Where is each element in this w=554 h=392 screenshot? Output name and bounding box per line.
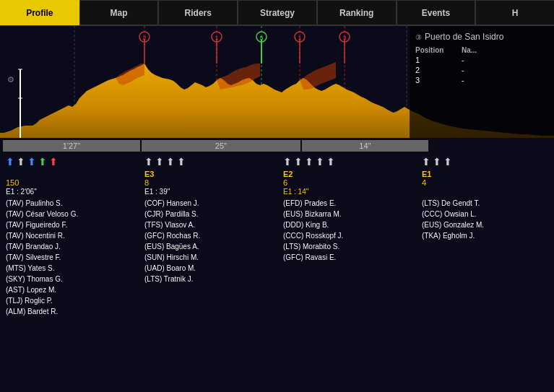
rider-icon-w7: ⬆ <box>305 156 313 167</box>
rider-row: (EUS) Bizkarra M. <box>283 209 422 219</box>
rider-icon-w11: ⬆ <box>433 156 441 167</box>
e-label-3: E2 <box>283 170 422 178</box>
rider-row: (TAV) Nocentini R. <box>6 230 144 241</box>
name-header: Na... <box>462 46 503 54</box>
rider-icon-w9: ⬆ <box>326 156 335 167</box>
svg-text:2: 2 <box>143 35 147 41</box>
num-label-4: 4 <box>422 178 426 187</box>
e-label-4: E1 <box>422 170 431 178</box>
rider-icon-w2: ⬆ <box>155 156 164 167</box>
rider-row: (TAV) Brandao J. <box>6 241 144 252</box>
rider-row: (LTS) Tratnik J. <box>144 274 283 284</box>
rider-row: (ALM) Bardet R. <box>6 306 144 317</box>
rider-row: (EFD) Prades E. <box>283 198 422 209</box>
rider-row: (TLJ) Roglic P. <box>6 295 144 306</box>
position-1: 1 <box>415 56 459 64</box>
time-bar-2: 25'' <box>142 140 300 152</box>
rider-icon-w8: ⬆ <box>316 156 324 167</box>
side-panel-table: Position Na... 1 - 2 - 3 - <box>415 46 548 84</box>
rider-row: (EUS) Gonzalez M. <box>422 219 484 230</box>
tab-events[interactable]: Events <box>397 0 476 25</box>
rider-row: (DDD) King B. <box>283 219 422 230</box>
profile-chart: 2 1 5 1 3 ⚙ ③ Puerto de San Isidro Posit… <box>0 26 554 138</box>
gear-icon: ③ <box>415 33 422 41</box>
icon-group-4: ⬆ ⬆ ⬆ <box>422 156 452 167</box>
time-bar-1: 1'27'' <box>3 140 140 152</box>
riders-col-3: (EFD) Prades E. (EUS) Bizkarra M. (DDD) … <box>283 198 422 317</box>
rider-icon-w3: ⬆ <box>166 156 175 167</box>
side-panel-title: ③ Puerto de San Isidro <box>415 32 548 42</box>
name-2: - <box>462 66 503 74</box>
rider-row: (SUN) Hirschi M. <box>144 252 283 263</box>
riders-col-1: (TAV) Paulinho S. (TAV) César Veloso G. … <box>6 198 144 317</box>
nav-tabs: Profile Map Riders Strategy Ranking Even… <box>0 0 554 26</box>
position-2: 2 <box>415 66 459 74</box>
svg-text:⚙: ⚙ <box>7 75 14 84</box>
tab-ranking[interactable]: Ranking <box>317 0 397 25</box>
rider-icon-w10: ⬆ <box>422 156 430 167</box>
name-3: - <box>462 76 503 84</box>
e-label-1 <box>6 170 144 178</box>
riders-col-2: (COF) Hansen J. (CJR) Pardilla S. (TFS) … <box>144 198 283 317</box>
icon-group-1: ⬆ ⬆ ⬆ ⬆ ⬆ <box>6 156 144 167</box>
rider-row: (SKY) Thomas G. <box>6 274 144 284</box>
time-bar-3: 14'' <box>302 140 428 152</box>
rider-row: (MTS) Yates S. <box>6 263 144 274</box>
tab-h[interactable]: H <box>475 0 554 25</box>
rider-row: (TKA) Egholm J. <box>422 230 484 241</box>
rider-row: (UAD) Boaro M. <box>144 263 283 274</box>
rider-row: (AST) Lopez M. <box>6 284 144 295</box>
tab-strategy[interactable]: Strategy <box>238 0 317 25</box>
time-bars-row: 1'27'' 25'' 14'' <box>0 138 554 154</box>
tab-profile[interactable]: Profile <box>0 0 79 25</box>
svg-text:1: 1 <box>298 35 302 41</box>
rider-icon-w6: ⬆ <box>294 156 303 167</box>
rider-icon-blue-2: ⬆ <box>27 156 36 167</box>
rider-row: (CCC) Rosskopf J. <box>283 230 422 241</box>
rider-row: (TAV) César Veloso G. <box>6 209 144 219</box>
rider-icon-w12: ⬆ <box>443 156 452 167</box>
rider-row: (EUS) Bagües A. <box>144 241 283 252</box>
position-3: 3 <box>415 76 459 84</box>
rider-row: (TAV) Figueiredo F. <box>6 219 144 230</box>
numbers-row: 150 8 6 4 <box>0 178 554 187</box>
name-1: - <box>462 56 503 64</box>
rider-row: (TFS) Vlasov A. <box>144 219 283 230</box>
svg-text:5: 5 <box>260 35 264 41</box>
icon-group-3: ⬆ ⬆ ⬆ ⬆ ⬆ <box>283 156 422 167</box>
side-panel: ③ Puerto de San Isidro Position Na... 1 … <box>410 26 554 138</box>
e1-time-2: E1 : 39'' <box>144 188 283 196</box>
e1-times-row: E1 : 2'06'' E1 : 39'' E1 : 14'' <box>0 187 554 198</box>
rider-icon-white-1: ⬆ <box>17 156 25 167</box>
rider-row: (CCC) Owsian L. <box>422 209 484 219</box>
num-label-3: 6 <box>283 178 422 187</box>
rider-row: (GFC) Ravasi E. <box>283 252 422 263</box>
icon-group-2: ⬆ ⬆ ⬆ ⬆ <box>144 156 283 167</box>
rider-row: (GFC) Rochas R. <box>144 230 283 241</box>
rider-row: (CJR) Pardilla S. <box>144 209 283 219</box>
tab-map[interactable]: Map <box>79 0 159 25</box>
position-header: Position <box>415 46 459 54</box>
rider-icon-green: ⬆ <box>38 156 47 167</box>
svg-text:3: 3 <box>343 35 347 41</box>
icons-row: ⬆ ⬆ ⬆ ⬆ ⬆ ⬆ ⬆ ⬆ ⬆ ⬆ ⬆ ⬆ ⬆ ⬆ ⬆ ⬆ ⬆ <box>0 154 554 170</box>
num-label-2: 8 <box>144 178 283 187</box>
svg-text:1: 1 <box>215 35 219 41</box>
tab-riders[interactable]: Riders <box>158 0 238 25</box>
rider-row: (LTS) De Gendt T. <box>422 198 484 209</box>
e1-time-1: E1 : 2'06'' <box>6 188 144 196</box>
rider-icon-w4: ⬆ <box>177 156 186 167</box>
e-labels-row: E3 E2 E1 <box>0 170 554 178</box>
rider-row: (COF) Hansen J. <box>144 198 283 209</box>
e1-time-3: E1 : 14'' <box>283 188 422 196</box>
rider-names-section: (TAV) Paulinho S. (TAV) César Veloso G. … <box>0 198 554 317</box>
rider-icon-w1: ⬆ <box>144 156 153 167</box>
rider-row: (TAV) Silvestre F. <box>6 252 144 263</box>
e-label-2: E3 <box>144 170 283 178</box>
riders-col-4: (LTS) De Gendt T. (CCC) Owsian L. (EUS) … <box>422 198 484 317</box>
rider-row: (LTS) Morabito S. <box>283 241 422 252</box>
rider-icon-w5: ⬆ <box>283 156 292 167</box>
rider-icon-blue: ⬆ <box>6 156 14 167</box>
num-label-1: 150 <box>6 178 144 187</box>
rider-row: (TAV) Paulinho S. <box>6 198 144 209</box>
